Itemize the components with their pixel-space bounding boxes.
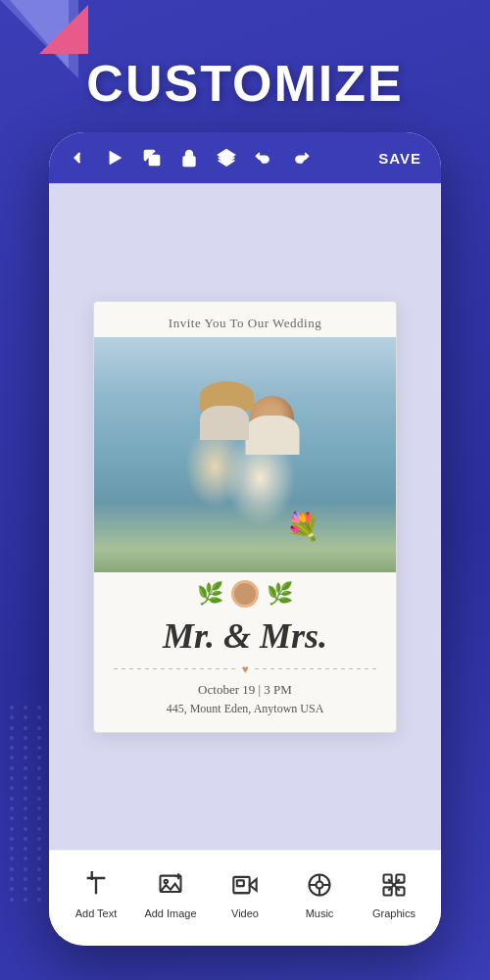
music-icon [302,867,337,903]
couple-names: Mr. & Mrs. [94,612,396,659]
back-button[interactable] [61,141,94,174]
phone-frame: SAVE Invite You To Our Wedding 💐 🌿 🌿 Mr.… [49,132,441,946]
groom-figure [250,396,294,440]
graphics-button[interactable]: Graphics [357,867,431,919]
svg-marker-12 [250,879,257,891]
event-date: October 19 | 3 PM [94,680,396,700]
add-image-icon [153,867,188,903]
card-header: Invite You To Our Wedding [94,302,396,337]
svg-marker-0 [110,151,122,164]
layers-button[interactable] [210,141,243,174]
card-photo: 💐 [94,337,396,572]
play-button[interactable] [98,141,131,174]
lock-button[interactable] [172,141,206,174]
svg-rect-11 [233,877,249,893]
heart-icon: ♥ [241,662,248,676]
video-icon [227,867,263,903]
page-title: CUSTOMIZE [0,54,490,113]
undo-button[interactable] [247,141,280,174]
divider-line-right [255,668,376,669]
svg-rect-1 [150,156,160,166]
bride-figure [205,391,244,430]
add-text-button[interactable]: T Add Text [59,867,133,919]
leaf-right-icon: 🌿 [267,581,293,607]
bottom-toolbar: T Add Text Add Image [49,850,441,936]
copy-button[interactable] [135,141,169,174]
save-button[interactable]: SAVE [370,146,429,171]
event-location: 445, Mount Eden, Anytown USA [94,700,396,732]
add-image-label: Add Image [144,907,196,919]
svg-rect-2 [183,157,195,166]
graphics-icon [376,867,412,903]
svg-point-8 [165,880,169,884]
divider-line-left [114,668,235,669]
leaf-left-icon: 🌿 [197,581,223,607]
editor-toolbar: SAVE [49,132,441,183]
video-label: Video [231,907,259,919]
svg-point-16 [317,882,323,889]
card-divider: ♥ [94,659,396,680]
card-area: Invite You To Our Wedding 💐 🌿 🌿 Mr. & Mr… [49,183,441,850]
video-button[interactable]: Video [208,867,282,919]
bouquet-decoration: 💐 [286,511,320,543]
flower-center-icon [231,580,259,608]
music-button[interactable]: Music [282,867,357,919]
graphics-label: Graphics [372,907,416,919]
redo-button[interactable] [284,141,318,174]
floral-decoration: 🌿 🌿 [94,572,396,612]
add-text-label: Add Text [75,907,118,919]
wedding-card[interactable]: Invite You To Our Wedding 💐 🌿 🌿 Mr. & Mr… [93,301,397,733]
add-text-icon: T [78,867,114,903]
svg-text:T: T [87,871,97,883]
svg-rect-13 [237,880,244,886]
add-image-button[interactable]: Add Image [133,867,208,919]
music-label: Music [306,907,334,919]
